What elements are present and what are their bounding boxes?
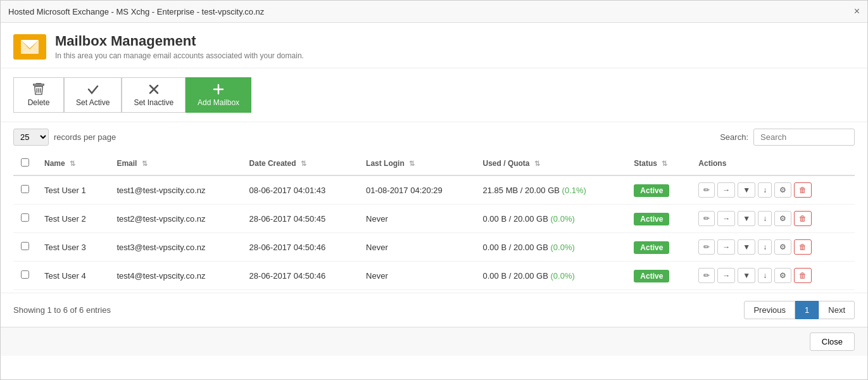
page-1-button[interactable]: 1	[795, 301, 819, 319]
set-inactive-label: Set Inactive	[134, 98, 173, 107]
row-checkbox-0[interactable]	[21, 185, 29, 193]
login-button[interactable]: →	[717, 268, 735, 283]
row-actions: ✏ → ▼ ↓ ⚙ 🗑	[691, 175, 855, 205]
per-page-label: records per page	[54, 132, 116, 142]
row-date-created: 28-06-2017 04:50:46	[242, 262, 358, 290]
sort-login-icon[interactable]: ⇅	[409, 160, 415, 167]
edit-button[interactable]: ✏	[698, 268, 715, 283]
sort-quota-icon[interactable]: ⇅	[534, 160, 540, 167]
delete-row-button[interactable]: 🗑	[794, 268, 812, 283]
row-date-created: 28-06-2017 04:50:45	[242, 205, 358, 233]
row-status: Active	[626, 262, 691, 290]
window-title: Hosted Microsoft Exchange - MS Xchg - En…	[8, 7, 264, 16]
row-checkbox-1[interactable]	[21, 213, 29, 222]
delete-row-button[interactable]: 🗑	[794, 239, 812, 255]
delete-row-button[interactable]: 🗑	[794, 211, 812, 226]
status-badge: Active	[634, 213, 669, 225]
row-used-quota: 0.00 B / 20.00 GB (0.0%)	[475, 205, 627, 233]
page-title: Mailbox Management	[55, 33, 304, 49]
row-checkbox-3[interactable]	[21, 270, 29, 279]
actions-cell: ✏ → ▼ ↓ ⚙ 🗑	[698, 182, 847, 198]
showing-text: Showing 1 to 6 of 6 entries	[13, 305, 111, 315]
envelope-icon	[21, 40, 39, 54]
close-footer: Close	[1, 327, 867, 356]
row-email: test4@test-vpscity.co.nz	[109, 262, 241, 290]
download-button[interactable]: ↓	[758, 211, 772, 226]
sort-name-icon[interactable]: ⇅	[70, 160, 75, 167]
add-mailbox-button[interactable]: Add Mailbox	[186, 77, 251, 113]
check-icon	[87, 83, 99, 96]
table-header-row: Name ⇅ Email ⇅ Date Created ⇅ Last Login…	[13, 152, 855, 175]
window-close-button[interactable]: ×	[854, 6, 860, 17]
col-status: Status ⇅	[626, 152, 691, 175]
row-actions: ✏ → ▼ ↓ ⚙ 🗑	[691, 205, 855, 233]
close-button[interactable]: Close	[810, 332, 855, 351]
controls-row: 25 50 100 records per page Search:	[1, 122, 867, 152]
edit-button[interactable]: ✏	[698, 239, 715, 255]
sort-email-icon[interactable]: ⇅	[142, 160, 148, 167]
download-button[interactable]: ↓	[758, 268, 772, 283]
actions-cell: ✏ → ▼ ↓ ⚙ 🗑	[698, 239, 847, 255]
table-wrapper: Name ⇅ Email ⇅ Date Created ⇅ Last Login…	[1, 152, 867, 290]
col-actions: Actions	[691, 152, 855, 175]
row-name: Test User 4	[37, 262, 109, 290]
delete-label: Delete	[28, 98, 50, 107]
download-button[interactable]: ↓	[758, 239, 772, 255]
filter-button[interactable]: ▼	[738, 239, 755, 255]
table-row: Test User 4 test4@test-vpscity.co.nz 28-…	[13, 262, 855, 290]
mailbox-icon	[13, 34, 46, 60]
delete-row-button[interactable]: 🗑	[794, 182, 812, 198]
select-all-checkbox[interactable]	[21, 158, 29, 167]
search-input[interactable]	[753, 129, 855, 146]
row-percent: (0.1%)	[562, 186, 586, 195]
set-active-button[interactable]: Set Active	[64, 77, 122, 113]
svg-rect-1	[36, 84, 41, 84]
row-last-login: Never	[358, 205, 475, 233]
previous-button[interactable]: Previous	[744, 301, 795, 319]
login-button[interactable]: →	[717, 182, 735, 198]
col-used-quota: Used / Quota ⇅	[475, 152, 627, 175]
sort-status-icon[interactable]: ⇅	[662, 160, 667, 167]
download-button[interactable]: ↓	[758, 182, 772, 198]
row-status: Active	[626, 205, 691, 233]
row-date-created: 08-06-2017 04:01:43	[242, 175, 358, 205]
table-row: Test User 2 test2@test-vpscity.co.nz 28-…	[13, 205, 855, 233]
row-checkbox-cell	[13, 233, 37, 262]
row-percent: (0.0%)	[551, 214, 575, 224]
row-checkbox-2[interactable]	[21, 242, 29, 250]
row-date-created: 28-06-2017 04:50:46	[242, 233, 358, 262]
settings-button[interactable]: ⚙	[774, 182, 791, 198]
table-row: Test User 1 test1@test-vpscity.co.nz 08-…	[13, 175, 855, 205]
set-active-label: Set Active	[76, 98, 110, 107]
filter-button[interactable]: ▼	[738, 211, 755, 226]
row-actions: ✏ → ▼ ↓ ⚙ 🗑	[691, 233, 855, 262]
filter-button[interactable]: ▼	[738, 182, 755, 198]
next-button[interactable]: Next	[819, 301, 855, 319]
settings-button[interactable]: ⚙	[774, 268, 791, 283]
login-button[interactable]: →	[717, 239, 735, 255]
col-date-created: Date Created ⇅	[242, 152, 358, 175]
actions-cell: ✏ → ▼ ↓ ⚙ 🗑	[698, 211, 847, 226]
row-checkbox-cell	[13, 262, 37, 290]
toolbar: Delete Set Active Set Inactive Add Mailb…	[1, 68, 867, 122]
row-used-quota: 21.85 MB / 20.00 GB (0.1%)	[475, 175, 627, 205]
login-button[interactable]: →	[717, 211, 735, 226]
filter-button[interactable]: ▼	[738, 268, 755, 283]
delete-button[interactable]: Delete	[13, 77, 64, 113]
edit-button[interactable]: ✏	[698, 211, 715, 226]
status-badge: Active	[634, 241, 669, 254]
header-text-block: Mailbox Management In this area you can …	[55, 33, 304, 60]
row-status: Active	[626, 175, 691, 205]
edit-button[interactable]: ✏	[698, 182, 715, 198]
row-checkbox-cell	[13, 175, 37, 205]
main-window: Hosted Microsoft Exchange - MS Xchg - En…	[0, 0, 868, 380]
row-percent: (0.0%)	[551, 243, 575, 252]
row-email: test1@test-vpscity.co.nz	[109, 175, 241, 205]
trash-icon	[32, 83, 45, 96]
per-page-select[interactable]: 25 50 100	[13, 129, 49, 146]
settings-button[interactable]: ⚙	[774, 239, 791, 255]
set-inactive-button[interactable]: Set Inactive	[122, 77, 186, 113]
col-name: Name ⇅	[37, 152, 109, 175]
settings-button[interactable]: ⚙	[774, 211, 791, 226]
sort-date-icon[interactable]: ⇅	[301, 160, 306, 167]
